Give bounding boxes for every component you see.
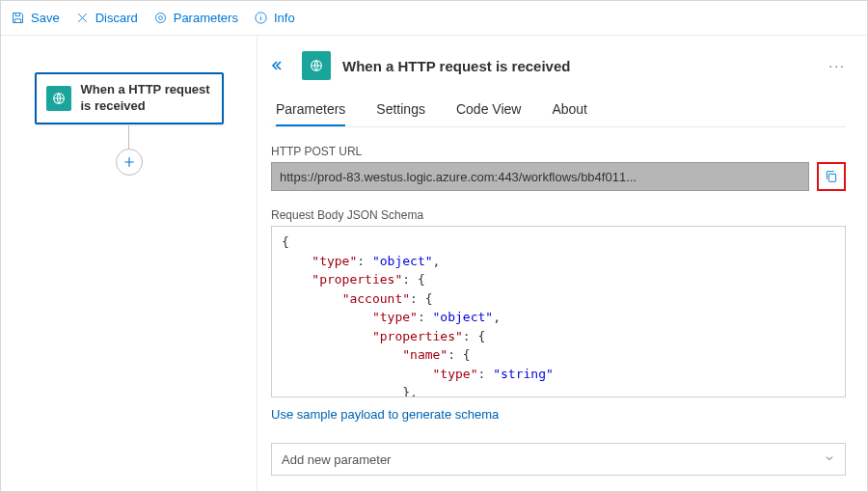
save-button[interactable]: Save	[11, 11, 60, 25]
discard-label: Discard	[95, 11, 138, 25]
designer-canvas: When a HTTP request is received	[1, 36, 258, 491]
collapse-button[interactable]	[271, 58, 290, 73]
parameters-button[interactable]: Parameters	[153, 11, 238, 25]
main-area: When a HTTP request is received When a H…	[1, 36, 867, 491]
plus-icon	[122, 155, 136, 169]
chevron-down-icon	[824, 452, 835, 467]
discard-button[interactable]: Discard	[75, 11, 138, 25]
tab-code-view[interactable]: Code View	[456, 94, 521, 126]
add-parameter-label: Add new parameter	[282, 452, 391, 467]
copy-icon	[824, 169, 839, 184]
save-icon	[11, 11, 25, 25]
details-panel: When a HTTP request is received ··· Para…	[258, 36, 867, 491]
url-label: HTTP POST URL	[271, 145, 846, 158]
command-bar: Save Discard Parameters Info	[1, 1, 867, 36]
schema-section: Request Body JSON Schema { "type": "obje…	[271, 208, 846, 422]
copy-url-button[interactable]	[817, 162, 846, 191]
http-post-url-field[interactable]	[271, 162, 809, 191]
panel-tabs: Parameters Settings Code View About	[271, 94, 846, 127]
discard-icon	[75, 11, 90, 25]
tab-about[interactable]: About	[552, 94, 587, 126]
connector-line	[128, 125, 129, 149]
schema-label: Request Body JSON Schema	[271, 208, 846, 222]
add-parameter-dropdown[interactable]: Add new parameter	[271, 443, 846, 476]
schema-editor[interactable]: { "type": "object", "properties": { "acc…	[271, 226, 846, 397]
svg-rect-4	[828, 174, 835, 181]
info-label: Info	[274, 11, 295, 25]
panel-title: When a HTTP request is received	[342, 58, 570, 74]
sample-payload-link[interactable]: Use sample payload to generate schema	[271, 407, 499, 422]
parameters-label: Parameters	[174, 11, 238, 25]
panel-header: When a HTTP request is received ···	[271, 51, 846, 80]
tab-parameters[interactable]: Parameters	[276, 94, 345, 126]
http-trigger-icon	[302, 51, 331, 80]
trigger-node[interactable]: When a HTTP request is received	[35, 72, 224, 124]
tab-settings[interactable]: Settings	[376, 94, 425, 126]
url-section: HTTP POST URL	[271, 145, 846, 191]
http-trigger-icon	[46, 86, 71, 111]
info-button[interactable]: Info	[254, 11, 295, 25]
svg-point-0	[158, 16, 162, 20]
info-icon	[254, 11, 268, 25]
more-menu-button[interactable]: ···	[828, 58, 846, 73]
parameters-icon	[153, 11, 168, 25]
save-label: Save	[31, 11, 60, 25]
add-step-button[interactable]	[116, 149, 143, 176]
trigger-node-label: When a HTTP request is received	[81, 82, 212, 115]
